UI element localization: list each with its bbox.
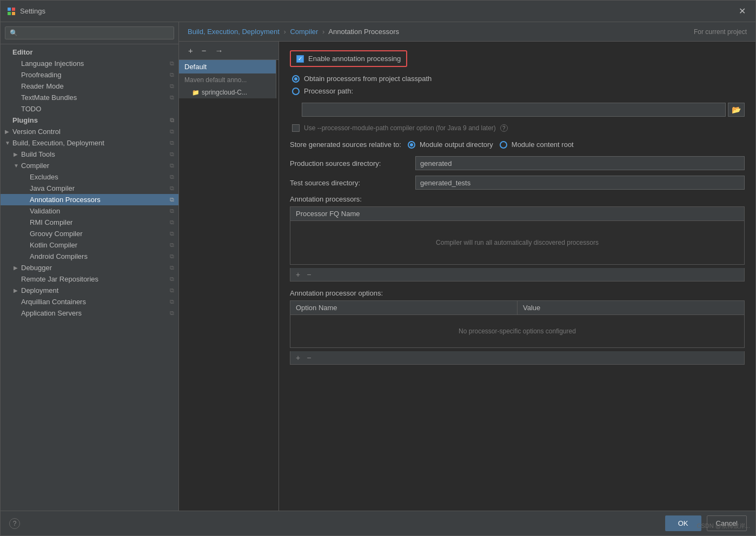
options-table-header: Option Name Value: [290, 301, 744, 315]
sidebar-item-build-execution-deployment[interactable]: ▼ Build, Execution, Deployment ⧉: [1, 137, 178, 149]
copy-icon: ⧉: [170, 287, 174, 294]
panel-toolbar: + − →: [179, 42, 278, 60]
sidebar-item-annotation-processors[interactable]: Annotation Processors ⧉: [1, 194, 178, 205]
sidebar-item-groovy-compiler[interactable]: Groovy Compiler ⧉: [1, 228, 178, 239]
settings-dialog: Settings ✕ Editor Language Injections ⧉: [0, 0, 756, 536]
close-button[interactable]: ✕: [735, 5, 749, 17]
svg-rect-0: [8, 8, 11, 11]
copy-icon: ⧉: [170, 151, 174, 158]
production-sources-input[interactable]: [415, 156, 745, 170]
annotation-processors-toolbar: + −: [290, 268, 745, 282]
production-sources-row: Production sources directory:: [290, 156, 745, 170]
bottom-left: ?: [9, 518, 20, 529]
search-input[interactable]: [5, 26, 174, 39]
remove-option-button[interactable]: −: [304, 353, 313, 363]
sidebar-item-application-servers[interactable]: Application Servers ⧉: [1, 307, 178, 319]
enable-annotation-processing-row: ✓ Enable annotation processing: [290, 50, 407, 67]
module-output-label: Module output directory: [420, 140, 493, 149]
copy-icon: ⧉: [170, 196, 174, 203]
module-content-root-radio[interactable]: [500, 141, 507, 149]
profile-list: Default Maven default anno... 📁 springcl…: [179, 60, 276, 98]
sidebar-item-version-control[interactable]: ▶ Version Control ⧉: [1, 126, 178, 137]
breadcrumb-part3: Annotation Processors: [328, 28, 399, 36]
sidebar-item-editor[interactable]: Editor: [1, 46, 178, 58]
sidebar-item-compiler[interactable]: ▼ Compiler ⧉: [1, 160, 178, 171]
sidebar-tree: Editor Language Injections ⧉ Proofreadin…: [1, 44, 178, 511]
profile-item-default[interactable]: Default: [179, 60, 276, 73]
help-button[interactable]: ?: [9, 518, 20, 529]
svg-rect-2: [8, 12, 11, 15]
value-header: Value: [518, 301, 744, 314]
obtain-processors-row: Obtain processors from project classpath: [292, 75, 745, 83]
copy-icon: ⧉: [170, 185, 174, 192]
sidebar-item-validation[interactable]: Validation ⧉: [1, 205, 178, 217]
ok-button[interactable]: OK: [665, 515, 701, 531]
sidebar-item-todo[interactable]: TODO: [1, 103, 178, 115]
add-option-button[interactable]: +: [294, 353, 302, 363]
sidebar-item-deployment[interactable]: ▶ Deployment ⧉: [1, 285, 178, 296]
remove-processor-button[interactable]: −: [304, 270, 313, 279]
processor-path-input-row: 📂: [290, 103, 745, 117]
processor-path-radio[interactable]: [292, 88, 300, 95]
copy-icon: ⧉: [170, 219, 174, 226]
sidebar-item-kotlin-compiler[interactable]: Kotlin Compiler ⧉: [1, 239, 178, 251]
sidebar-item-java-compiler[interactable]: Java Compiler ⧉: [1, 183, 178, 194]
sidebar-item-arquillian-containers[interactable]: Arquillian Containers ⧉: [1, 296, 178, 307]
sidebar-item-remote-jar-repositories[interactable]: Remote Jar Repositories ⧉: [1, 273, 178, 285]
sidebar-item-build-tools[interactable]: ▶ Build Tools ⧉: [1, 149, 178, 160]
breadcrumb-part2[interactable]: Compiler: [290, 28, 318, 36]
copy-icon: ⧉: [170, 242, 174, 249]
enable-annotation-processing-checkbox[interactable]: ✓: [296, 55, 304, 63]
obtain-processors-radio[interactable]: [292, 75, 300, 83]
breadcrumb: Build, Execution, Deployment › Compiler …: [179, 22, 755, 42]
sidebar-item-reader-mode[interactable]: Reader Mode ⧉: [1, 81, 178, 92]
processor-path-label: Processor path:: [304, 87, 353, 95]
module-output-radio[interactable]: [408, 141, 415, 149]
app-icon: [7, 7, 16, 16]
sidebar-item-rmi-compiler[interactable]: RMI Compiler ⧉: [1, 217, 178, 228]
watermark: CSDN @依稀彼岸...: [697, 522, 750, 530]
sidebar-item-android-compilers[interactable]: Android Compilers ⧉: [1, 251, 178, 262]
copy-icon: ⧉: [170, 60, 174, 67]
profile-item-springcloud[interactable]: 📁 springcloud-C...: [179, 86, 276, 98]
svg-rect-1: [12, 8, 15, 11]
copy-icon: ⧉: [170, 117, 174, 124]
copy-icon: ⧉: [170, 128, 174, 135]
use-processor-module-checkbox[interactable]: [292, 124, 300, 132]
test-sources-label: Test sources directory:: [290, 179, 409, 187]
add-processor-button[interactable]: +: [294, 270, 302, 279]
options-table-body: No processor-specific options configured: [290, 315, 744, 347]
processor-path-input[interactable]: [302, 103, 726, 117]
use-processor-module-label: Use --processor-module-path compiler opt…: [304, 124, 496, 132]
navigate-profile-button[interactable]: →: [213, 45, 226, 56]
sidebar-item-excludes[interactable]: Excludes ⧉: [1, 171, 178, 183]
dialog-title: Settings: [20, 7, 735, 15]
sidebar-item-proofreading[interactable]: Proofreading ⧉: [1, 69, 178, 81]
browse-button[interactable]: 📂: [728, 103, 745, 117]
store-generated-radio-group: Module output directory Module content r…: [408, 140, 574, 149]
add-profile-button[interactable]: +: [185, 45, 196, 56]
search-box: [1, 22, 178, 44]
copy-icon: ⧉: [170, 162, 174, 169]
copy-icon: ⧉: [170, 298, 174, 305]
module-content-root-label: Module content root: [512, 140, 574, 149]
bottom-bar: ? OK Cancel: [1, 511, 755, 535]
annotation-processors-body: Compiler will run all automatically disc…: [290, 221, 744, 264]
option-name-header: Option Name: [290, 301, 518, 314]
sidebar-item-language-injections[interactable]: Language Injections ⧉: [1, 58, 178, 69]
copy-icon: ⧉: [170, 253, 174, 260]
help-icon[interactable]: ?: [500, 124, 508, 132]
remove-profile-button[interactable]: −: [199, 45, 209, 56]
copy-icon: ⧉: [170, 139, 174, 146]
enable-annotation-processing-label: Enable annotation processing: [308, 55, 401, 63]
breadcrumb-sep2: ›: [322, 28, 324, 36]
breadcrumb-part1[interactable]: Build, Execution, Deployment: [188, 28, 280, 36]
sidebar-item-debugger[interactable]: ▶ Debugger ⧉: [1, 262, 178, 273]
module-content-root-row: Module content root: [500, 140, 574, 149]
sidebar-item-plugins[interactable]: Plugins ⧉: [1, 115, 178, 126]
for-current-project[interactable]: For current project: [694, 28, 747, 36]
test-sources-input[interactable]: [415, 176, 745, 190]
production-sources-label: Production sources directory:: [290, 159, 409, 168]
annotation-processors-label: Annotation processors:: [290, 195, 745, 203]
sidebar-item-textmate-bundles[interactable]: TextMate Bundles ⧉: [1, 92, 178, 103]
